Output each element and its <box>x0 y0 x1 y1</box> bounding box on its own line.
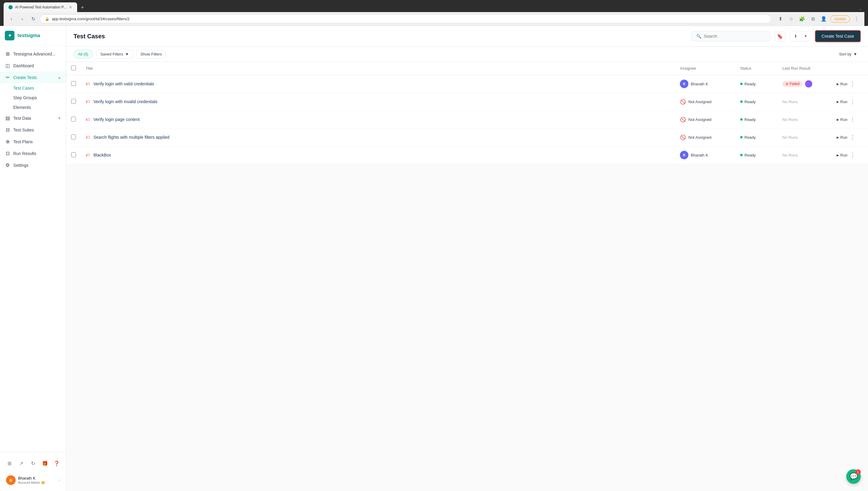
more-options-button[interactable]: ⋮ <box>849 150 857 160</box>
row-2-checkbox-cell <box>66 93 81 111</box>
reload-button[interactable]: ↻ <box>29 15 37 23</box>
sort-label: Sort by <box>839 52 851 56</box>
row-2-checkbox[interactable] <box>71 99 76 104</box>
create-test-case-button[interactable]: Create Test Case <box>815 30 861 42</box>
sort-button[interactable]: Sort by ▼ <box>835 50 861 58</box>
table-row: 🏷 Verify login page content 🚫 Not Assign… <box>66 111 868 128</box>
tab-expand[interactable]: ⌄ <box>857 5 864 12</box>
share-bottom-icon[interactable]: ↗ <box>17 458 26 468</box>
run-button[interactable]: ▶ Run <box>837 99 847 104</box>
row-1-status-cell: Ready <box>735 75 778 93</box>
saved-filters-button[interactable]: Saved Filters ▼ <box>96 50 133 59</box>
help-bottom-icon[interactable]: ❓ <box>52 458 61 468</box>
sidebar-run-results-label: Run Results <box>13 151 36 156</box>
test-case-title[interactable]: Verify login with valid credentials <box>93 81 154 86</box>
run-button[interactable]: ▶ Run <box>837 117 847 122</box>
run-label: Run <box>840 99 847 104</box>
row-5-status-cell: Ready <box>735 146 778 164</box>
grid-bottom-icon[interactable]: ⊞ <box>5 458 14 468</box>
row-1-checkbox[interactable] <box>71 81 76 86</box>
row-3-assignee-cell: 🚫 Not Assigned <box>675 111 735 128</box>
test-case-title[interactable]: Search flights with multiple filters app… <box>93 135 169 140</box>
avatar: B <box>6 475 16 485</box>
export-button[interactable]: ⬆ <box>790 31 801 41</box>
tab-close-button[interactable]: ✕ <box>69 5 72 10</box>
forward-button[interactable]: › <box>18 15 27 23</box>
sidebar-item-settings[interactable]: ⚙ Settings <box>0 159 66 171</box>
user-profile[interactable]: B Bharath K Account Admin 👑 › <box>4 473 62 487</box>
share-button[interactable]: ⬆ <box>776 15 784 23</box>
assignee-name: Not Assigned <box>688 135 712 140</box>
run-button[interactable]: ▶ Run <box>837 153 847 157</box>
test-case-title[interactable]: Verify login with invalid credentials <box>93 99 157 104</box>
status-dot <box>740 136 743 139</box>
priority-icon: 🏷 <box>86 153 90 157</box>
sidebar-item-create-tests[interactable]: ✏ Create Tests ▲ <box>0 71 66 83</box>
gift-bottom-icon[interactable]: 🎁 <box>40 458 50 468</box>
run-button[interactable]: ▶ Run <box>837 82 847 86</box>
table-row: 🏷 BlackBox B Bharath K Ready No Runs ▶ R… <box>66 146 868 164</box>
no-runs-label: No Runs <box>782 99 798 104</box>
export-split-button: ⬆ ▼ <box>790 31 810 41</box>
back-button[interactable]: ‹ <box>7 15 16 23</box>
search-input[interactable] <box>704 34 766 38</box>
row-3-checkbox[interactable] <box>71 117 76 121</box>
sidebar-subitem-elements[interactable]: Elements <box>0 103 66 112</box>
search-box[interactable]: 🔍 <box>692 31 770 41</box>
row-2-title-cell: 🏷 Verify login with invalid credentials <box>81 93 675 111</box>
sidebar-item-dashboard[interactable]: ◫ Dashboard <box>0 60 66 71</box>
chat-widget[interactable]: 💬 1 <box>846 469 861 484</box>
refresh-bottom-icon[interactable]: ↻ <box>28 458 38 468</box>
sidebar-item-test-suites[interactable]: ⊟ Test Suites <box>0 124 66 136</box>
show-filters-button[interactable]: Show Filters <box>136 50 166 59</box>
bookmark-action-button[interactable]: 🔖 <box>775 31 785 41</box>
failed-icon: ⊘ <box>785 82 788 86</box>
sidebar-bottom-icons: ⊞ ↗ ↻ 🎁 ❓ <box>4 456 62 470</box>
export-dropdown-button[interactable]: ▼ <box>801 31 810 41</box>
row-5-last-run-cell: No Runs <box>778 146 832 164</box>
sidebar-item-apps[interactable]: ⊞ Testsigma Advanced... <box>0 48 66 60</box>
table-header: Title Assignee Status Last Run Result <box>66 62 868 75</box>
test-case-title[interactable]: BlackBox <box>93 153 111 157</box>
assignee-name: Not Assigned <box>688 117 712 122</box>
test-cases-label: Test Cases <box>13 86 34 90</box>
active-tab[interactable]: AI Powered Test Automation P... ✕ <box>4 2 77 12</box>
bookmark-button[interactable]: ☆ <box>787 15 795 23</box>
last-run-column-header: Last Run Result <box>778 62 832 75</box>
search-icon: 🔍 <box>696 34 701 38</box>
sidebar-toggle[interactable]: ⧉ <box>809 15 817 23</box>
row-5-checkbox[interactable] <box>71 152 76 157</box>
more-options-button[interactable]: ⋮ <box>849 79 857 88</box>
user-profile-chevron: › <box>59 478 60 482</box>
row-2-actions-cell: ▶ Run ⋮ <box>832 93 868 111</box>
address-bar[interactable]: 🔒 app.testsigma.com/groot/td/34/cases/fi… <box>40 15 771 23</box>
more-options-button[interactable]: ⋮ <box>849 115 857 124</box>
new-tab-button[interactable]: + <box>79 3 87 12</box>
update-button[interactable]: Update <box>830 16 850 23</box>
sidebar-apps-label: Testsigma Advanced... <box>13 52 56 56</box>
all-filter-tab[interactable]: All (5) <box>73 50 93 59</box>
more-options-button[interactable]: ⋮ <box>849 133 857 142</box>
test-case-title[interactable]: Verify login page content <box>93 117 140 122</box>
more-options-button[interactable]: ⋮ <box>849 97 857 106</box>
user-profile-button[interactable]: 👤 <box>819 15 828 23</box>
row-4-checkbox[interactable] <box>71 135 76 139</box>
menu-button[interactable]: ⋮ <box>852 15 861 23</box>
row-5-title-cell: 🏷 BlackBox <box>81 146 675 164</box>
run-button[interactable]: ▶ Run <box>837 135 847 140</box>
sidebar-subitem-step-groups[interactable]: Step Groups <box>0 93 66 103</box>
select-all-checkbox[interactable] <box>71 65 76 70</box>
run-icon: ▶ <box>837 118 839 121</box>
sidebar-item-test-plans[interactable]: ⊕ Test Plans <box>0 136 66 147</box>
row-3-actions-cell: ▶ Run ⋮ <box>832 111 868 128</box>
row-1-title-cell: 🏷 Verify login with valid credentials <box>81 75 675 93</box>
sidebar-subitem-test-cases[interactable]: Test Cases <box>0 83 66 93</box>
run-icon: ▶ <box>837 100 839 104</box>
sidebar-item-run-results[interactable]: ⊡ Run Results <box>0 147 66 159</box>
run-label: Run <box>840 135 847 140</box>
sidebar-logo: ✦ testsigma <box>0 26 66 46</box>
row-4-assignee-cell: 🚫 Not Assigned <box>675 128 735 146</box>
status-dot <box>740 83 743 85</box>
extensions-button[interactable]: 🧩 <box>798 15 806 23</box>
sidebar-item-test-data[interactable]: ▤ Test Data ▼ <box>0 112 66 124</box>
